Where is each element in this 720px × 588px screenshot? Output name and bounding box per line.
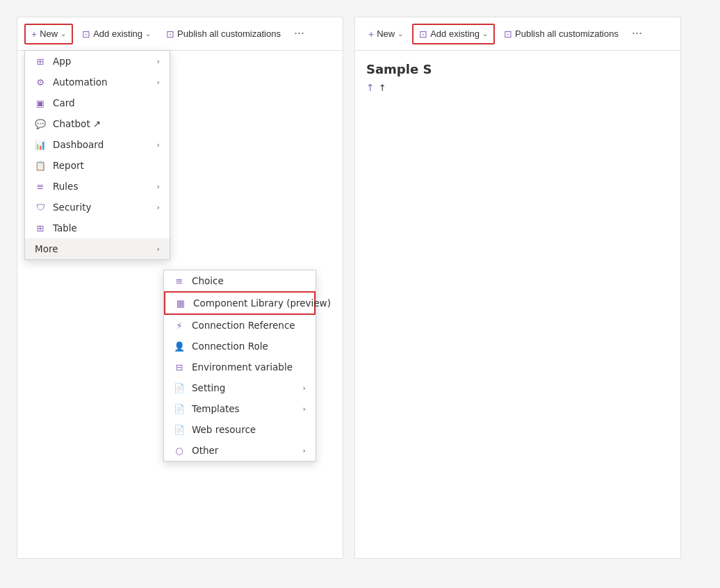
menu-item-web-resource-left[interactable]: 📄 Web resource (164, 419, 316, 440)
publish-button-right[interactable]: ⊡ Publish all customizations (498, 24, 625, 44)
table-icon-left: ⊞ (35, 222, 46, 234)
card-icon-left: ▣ (35, 97, 46, 108)
menu-item-app-left[interactable]: ⊞ App › (25, 51, 170, 72)
templates-icon-left: 📄 (174, 403, 185, 414)
menu-item-connection-role-left[interactable]: 👤 Connection Role (164, 336, 316, 357)
menu-item-setting-left[interactable]: 📄 Setting › (164, 377, 316, 398)
panel-title-right: Sample S (366, 62, 669, 76)
menu-item-security-left[interactable]: 🛡 Security › (25, 197, 170, 218)
new-dropdown-left: ⊞ App › ⚙ Automation › ▣ Card 💬 Chatbot … (24, 50, 170, 260)
menu-item-report-left[interactable]: 📋 Report (25, 155, 170, 176)
left-panel: + New ⌄ ⊡ Add existing ⌄ ⊡ Publish all c… (17, 17, 343, 559)
page-wrapper: + New ⌄ ⊡ Add existing ⌄ ⊡ Publish all c… (8, 8, 712, 588)
add-existing-label-right: Add existing (430, 28, 480, 39)
publish-label-right: Publish all customizations (515, 28, 619, 39)
publish-label-left: Publish all customizations (177, 28, 281, 39)
publish-button-left[interactable]: ⊡ Publish all customizations (160, 24, 287, 44)
automation-icon-left: ⚙ (35, 76, 46, 88)
connection-ref-icon-left: ⚡ (174, 320, 185, 331)
menu-item-env-var-left[interactable]: ⊟ Environment variable (164, 357, 316, 377)
env-var-icon-left: ⊟ (174, 361, 185, 373)
add-existing-icon-left: ⊡ (82, 28, 90, 40)
menu-item-chatbot-left[interactable]: 💬 Chatbot ↗ (25, 113, 170, 134)
menu-item-component-library-left[interactable]: ▦ Component Library (preview) (164, 291, 316, 315)
right-toolbar: + New ⌄ ⊡ Add existing ⌄ ⊡ Publish all c… (355, 17, 680, 51)
publish-icon-right: ⊡ (504, 28, 512, 40)
menu-item-automation-left[interactable]: ⚙ Automation › (25, 72, 170, 92)
menu-item-rules-left[interactable]: ≡ Rules › (25, 176, 170, 197)
add-existing-icon-right: ⊡ (419, 28, 427, 40)
component-library-icon-left: ▦ (175, 297, 186, 309)
new-button-right[interactable]: + New ⌄ (362, 24, 409, 44)
add-existing-button-right[interactable]: ⊡ Add existing ⌄ (412, 24, 495, 44)
dashboard-icon-left: 📊 (35, 139, 46, 150)
menu-item-dashboard-left[interactable]: 📊 Dashboard › (25, 134, 170, 155)
sort-icon-right: ↑ (366, 82, 375, 93)
menu-item-other-left[interactable]: ○ Other › (164, 440, 316, 461)
new-caret-right: ⌄ (398, 30, 403, 38)
new-icon-right: + (368, 28, 374, 40)
right-panel: + New ⌄ ⊡ Add existing ⌄ ⊡ Publish all c… (354, 17, 681, 559)
other-icon-left: ○ (174, 445, 185, 456)
toolbar-dots-right[interactable]: ··· (628, 24, 646, 44)
report-icon-left: 📋 (35, 160, 46, 171)
web-resource-icon-left: 📄 (174, 424, 185, 435)
menu-item-more-left[interactable]: More › (25, 238, 170, 259)
setting-icon-left: 📄 (174, 382, 185, 393)
app-icon-left: ⊞ (35, 56, 46, 67)
add-existing-caret-left: ⌄ (145, 30, 151, 38)
menu-item-card-left[interactable]: ▣ Card (25, 92, 170, 113)
menu-item-table-left[interactable]: ⊞ Table (25, 218, 170, 238)
publish-icon-left: ⊡ (166, 28, 174, 40)
menu-item-connection-ref-left[interactable]: ⚡ Connection Reference (164, 315, 316, 336)
choice-icon-left: ≡ (174, 275, 185, 286)
more-submenu-left: ≡ Choice ▦ Component Library (preview) ⚡… (163, 270, 316, 462)
new-label-right: New (377, 28, 395, 39)
add-existing-caret-right: ⌄ (482, 30, 488, 38)
add-existing-label-left: Add existing (93, 28, 142, 39)
add-existing-button-left[interactable]: ⊡ Add existing ⌄ (76, 24, 157, 44)
security-icon-left: 🛡 (35, 202, 46, 213)
menu-item-choice-left[interactable]: ≡ Choice (164, 270, 316, 291)
menu-item-templates-left[interactable]: 📄 Templates › (164, 398, 316, 419)
new-button-left[interactable]: + New ⌄ (24, 24, 73, 44)
new-label-left: New (40, 28, 58, 39)
toolbar-dots-left[interactable]: ··· (290, 24, 309, 44)
rules-icon-left: ≡ (35, 181, 46, 192)
new-caret-left: ⌄ (60, 30, 66, 38)
chatbot-icon-left: 💬 (35, 118, 46, 129)
connection-role-icon-left: 👤 (174, 341, 185, 352)
sort-row-right: ↑ ↑ (366, 82, 669, 93)
right-panel-body: Sample S ↑ ↑ (355, 51, 680, 93)
left-toolbar: + New ⌄ ⊡ Add existing ⌄ ⊡ Publish all c… (17, 17, 343, 51)
new-icon-left: + (31, 28, 37, 40)
